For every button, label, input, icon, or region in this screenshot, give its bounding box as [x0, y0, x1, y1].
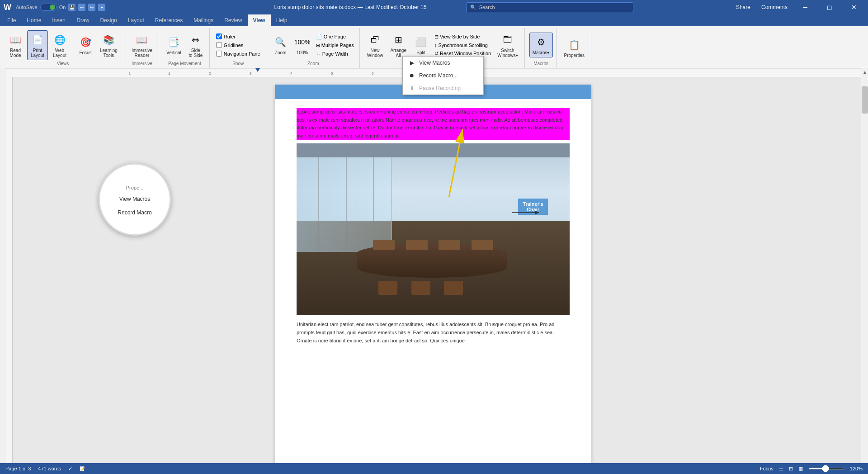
zoom-group-label: Zoom: [307, 61, 319, 67]
view-mode-icon-1[interactable]: ☰: [779, 466, 783, 472]
pause-recording-menu-item[interactable]: ⏸ Pause Recording: [403, 82, 483, 95]
ribbon-group-zoom: 🔍 Zoom 100% 100% 📄 One Page ⊞ Multiple P…: [267, 28, 360, 68]
tab-help[interactable]: Help: [271, 14, 293, 26]
gridlines-checkbox[interactable]: [216, 42, 222, 48]
tab-file[interactable]: File: [2, 14, 21, 26]
restore-button[interactable]: ◻: [819, 0, 840, 14]
circle-view-macros[interactable]: View Macros: [100, 194, 170, 204]
split-btn[interactable]: ⬜ Split: [411, 33, 431, 57]
ribbon-group-macros: ⚙ Macros▾ Macros: [526, 28, 557, 68]
zoom-100-btn[interactable]: 100% 100%: [292, 33, 312, 57]
ruler-checkbox[interactable]: [216, 33, 222, 39]
minimize-button[interactable]: ─: [795, 0, 816, 14]
view-macros-menu-item[interactable]: ▶ View Macros: [403, 57, 483, 69]
app-logo: W: [4, 3, 11, 12]
doc-scroll[interactable]: -1 1 2 3 4 5 6 7 eLoris sump dolo: [5, 68, 861, 474]
svg-text:-1: -1: [127, 71, 131, 76]
show-checkboxes: Ruler Gridlines Navigation Pane: [214, 29, 262, 61]
customize-icon[interactable]: ▾: [98, 4, 105, 11]
ribbon-group-views: 📖 ReadMode 📄 PrintLayout 🌐 WebLayout 🎯 F…: [2, 28, 124, 68]
immersive-label: LearningTools: [100, 48, 118, 58]
nav-pane-checkbox-label[interactable]: Navigation Pane: [214, 50, 262, 57]
new-window-btn[interactable]: 🗗 NewWindow: [364, 31, 386, 60]
view-macros-label: View Macros: [419, 60, 450, 66]
properties-btn[interactable]: 📋 Properties: [561, 36, 588, 60]
status-bar: Page 1 of 3 471 words ✓ 📝 Focus ☰ ⊞ ▦ 12…: [0, 463, 868, 474]
share-button[interactable]: Share: [732, 4, 754, 10]
tab-design[interactable]: Design: [94, 14, 122, 26]
doc-container: -1 1 2 3 4 5 6 7 eLoris sump dolo: [0, 68, 868, 474]
vertical-btn[interactable]: 📑 Vertical: [164, 33, 184, 57]
sync-scroll-btn[interactable]: ↕ Synchronous Scrolling: [433, 42, 493, 49]
print-layout-label: PrintLayout: [31, 48, 44, 58]
page-movement-buttons: 📑 Vertical ⇔ Sideto Side: [164, 29, 206, 61]
zoom-btn[interactable]: 🔍 Zoom: [271, 33, 291, 57]
tab-view[interactable]: View: [248, 14, 271, 26]
tab-insert[interactable]: Insert: [47, 14, 71, 26]
tab-references[interactable]: References: [150, 14, 188, 26]
tab-home[interactable]: Home: [21, 14, 47, 26]
search-bar[interactable]: 🔍 Search: [466, 2, 633, 12]
macros-btn[interactable]: ⚙ Macros▾: [529, 33, 553, 57]
document-page[interactable]: eLoris sump dolor sits mate is, is commu…: [275, 85, 591, 474]
page-width-btn[interactable]: ↔ Page Width: [314, 50, 356, 57]
vertical-icon: 📑: [166, 35, 181, 49]
switch-windows-btn[interactable]: 🗔 SwitchWindows▾: [495, 31, 521, 60]
views-group-label: Views: [57, 61, 69, 67]
immersive-reader-btn[interactable]: 📖 ImmersiveReader: [129, 31, 155, 60]
print-layout-btn[interactable]: 📄 PrintLayout: [27, 30, 48, 60]
ruler-checkbox-label[interactable]: Ruler: [214, 33, 262, 40]
scroll-up-btn[interactable]: ▲: [862, 69, 868, 75]
scrollbar-thumb[interactable]: [862, 86, 868, 114]
close-button[interactable]: ✕: [844, 0, 864, 14]
svg-text:2: 2: [209, 71, 211, 76]
side-to-side-btn[interactable]: ⇔ Sideto Side: [186, 31, 206, 60]
focus-label[interactable]: Focus: [760, 466, 774, 471]
left-sidebar: [0, 68, 5, 474]
track-changes-icon: 📝: [80, 466, 85, 471]
tab-draw[interactable]: Draw: [71, 14, 94, 26]
autosave-toggle[interactable]: [40, 4, 57, 11]
redo-icon[interactable]: ↪: [88, 4, 95, 11]
comments-button[interactable]: Comments: [758, 4, 791, 10]
view-side-by-side-btn[interactable]: ⊟ View Side by Side: [433, 33, 493, 41]
web-layout-icon: 🌐: [52, 33, 67, 47]
focus-btn[interactable]: 🎯 Focus: [75, 33, 95, 57]
conference-room-art: [297, 143, 570, 315]
split-icon: ⬜: [414, 35, 428, 49]
multiple-pages-btn[interactable]: ⊞ Multiple Pages: [314, 42, 356, 49]
tab-review[interactable]: Review: [219, 14, 247, 26]
vertical-scrollbar[interactable]: ▲ ▼: [861, 68, 868, 474]
views-buttons: 📖 ReadMode 📄 PrintLayout 🌐 WebLayout 🎯 F…: [5, 29, 120, 61]
record-macro-icon: ⏺: [408, 72, 415, 79]
gridlines-checkbox-label[interactable]: Gridlines: [214, 41, 262, 49]
svg-text:4: 4: [290, 71, 292, 76]
immersive-icon: 📚: [101, 33, 116, 47]
tab-layout[interactable]: Layout: [123, 14, 150, 26]
zoom-icon: 🔍: [274, 35, 288, 49]
zoom-slider[interactable]: [808, 468, 844, 469]
view-mode-icon-3[interactable]: ▦: [798, 466, 803, 472]
web-layout-btn[interactable]: 🌐 WebLayout: [50, 31, 70, 60]
undo-icon[interactable]: ↩: [78, 4, 85, 11]
tab-mailings[interactable]: Mailings: [188, 14, 219, 26]
view-mode-icon-2[interactable]: ⊞: [789, 466, 793, 472]
read-mode-btn[interactable]: 📖 ReadMode: [5, 31, 25, 60]
doc-paragraph[interactable]: Unitarian elect ram patriot, end sea tub…: [297, 321, 570, 345]
one-page-btn[interactable]: 📄 One Page: [314, 33, 356, 41]
record-macro-menu-item[interactable]: ⏺ Record Macro...: [403, 69, 483, 82]
vertical-ruler: [5, 77, 13, 474]
highlighted-paragraph[interactable]: eLoris sump dolor sits mate is, is commu…: [297, 108, 570, 140]
search-placeholder: Search: [479, 5, 495, 10]
svg-text:6: 6: [372, 71, 374, 76]
save-icon[interactable]: 💾: [68, 4, 75, 11]
arrange-all-btn[interactable]: ⊞ ArrangeAll: [387, 31, 409, 60]
nav-pane-checkbox[interactable]: [216, 51, 222, 57]
ribbon-tabs: File Home Insert Draw Design Layout Refe…: [0, 14, 868, 26]
pause-recording-label: Pause Recording: [419, 85, 461, 91]
svg-text:5: 5: [331, 71, 333, 76]
zoom-100-icon: 100%: [295, 35, 310, 49]
focus-icon: 🎯: [78, 35, 93, 49]
immersive-btn[interactable]: 📚 LearningTools: [97, 31, 120, 60]
circle-record-macro[interactable]: Record Macro: [100, 208, 170, 218]
